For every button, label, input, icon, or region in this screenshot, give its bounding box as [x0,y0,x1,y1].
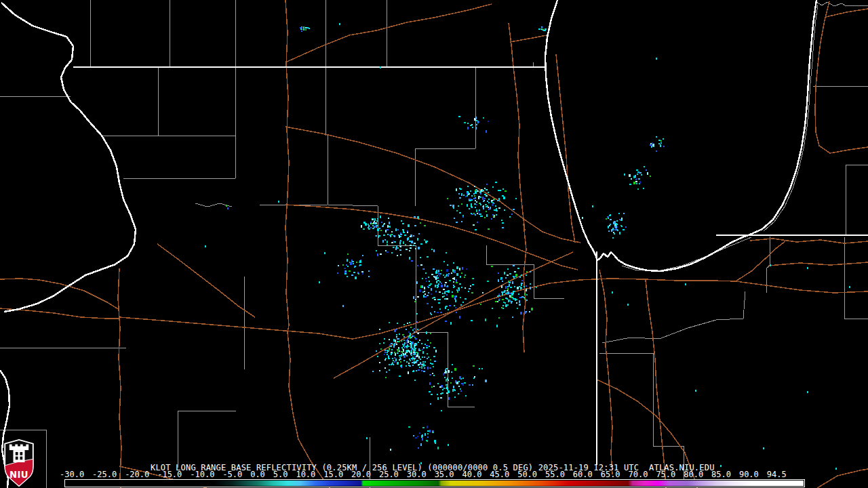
scale-tick-label: 30.0 [407,471,427,479]
scale-tick-label: 45.0 [490,471,509,479]
colorbar-labels: -30.0-25.0-20.0-15.0-10.0-5.00.05.010.01… [60,471,787,479]
scale-tick-label: 60.0 [573,471,593,479]
scale-tick-label: 20.0 [351,471,371,479]
niu-logo-text: NIU [9,470,28,480]
scale-tick-label: 80.0 [684,471,703,479]
scale-tick-label: 70.0 [629,471,648,479]
radar-map [0,0,868,488]
scale-tick-label: 85.0 [711,471,731,479]
scale-tick-label: -10.0 [190,471,214,479]
radar-screen: KLOT LONG RANGE BASE REFLECTIVITY (0.25K… [0,0,868,488]
scale-tick-label: 15.0 [323,471,343,479]
scale-tick-label: 10.0 [296,471,315,479]
scale-tick-label: 5.0 [273,471,288,479]
scale-tick-label: 75.0 [656,471,675,479]
scale-tick-label: 90.0 [739,471,759,479]
scale-tick-label: -5.0 [222,471,242,479]
colorbar [64,479,805,487]
scale-tick-label: 50.0 [517,471,537,479]
scale-tick-label: -15.0 [157,471,182,479]
niu-logo: NIU [4,439,34,487]
scale-tick-label: 35.0 [435,471,454,479]
scale-tick-label: 65.0 [601,471,620,479]
scale-tick-label: 55.0 [545,471,565,479]
scale-tick-label: -25.0 [92,471,117,479]
scale-tick-label: -20.0 [125,471,149,479]
scale-tick-label: 25.0 [379,471,399,479]
colorbar-gradient [66,481,804,486]
scale-tick-label: 0.0 [250,471,265,479]
scale-tick-label: 40.0 [462,471,481,479]
scale-tick-label: 94.5 [767,471,787,479]
scale-tick-label: -30.0 [60,471,84,479]
